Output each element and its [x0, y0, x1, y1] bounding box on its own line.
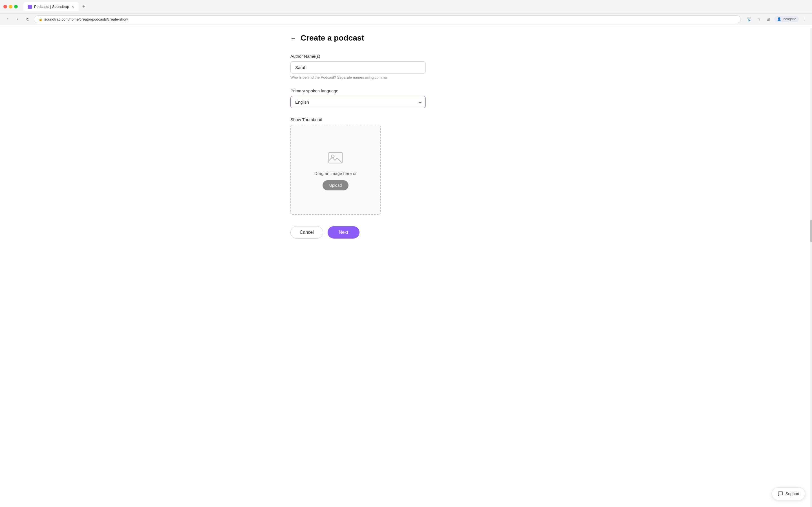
author-label: Author Name(s) [290, 54, 522, 59]
active-tab[interactable]: Podcasts | Soundtrap ✕ [23, 2, 79, 11]
reading-mode-button[interactable]: ⊞ [765, 15, 772, 23]
language-section: Primary spoken language English Spanish … [290, 89, 522, 108]
refresh-button[interactable]: ↻ [24, 15, 32, 23]
page-header: ← Create a podcast [290, 34, 522, 43]
chat-bubble-icon [777, 491, 783, 497]
browser-actions: 📡 ☆ ⊞ 👤 Incognito ⋮ [746, 15, 809, 23]
back-navigation-button[interactable]: ‹ [3, 15, 11, 23]
cast-button[interactable]: 📡 [746, 15, 753, 23]
back-button[interactable]: ← [290, 35, 296, 41]
tab-close-button[interactable]: ✕ [71, 5, 74, 9]
author-hint: Who is behind the Podcast? Separate name… [290, 75, 522, 79]
maximize-window-button[interactable] [14, 5, 18, 8]
language-select[interactable]: English Spanish French German Portuguese… [290, 96, 426, 108]
new-tab-button[interactable]: + [80, 3, 88, 11]
language-select-wrapper: English Spanish French German Portuguese… [290, 96, 426, 108]
author-input[interactable] [290, 61, 426, 73]
image-placeholder-icon [327, 150, 344, 166]
drag-drop-text: Drag an image here or [314, 171, 357, 176]
address-bar: ‹ › ↻ 🔒 soundtrap.com/home/creator/podca… [0, 13, 812, 25]
close-window-button[interactable] [3, 5, 7, 8]
upload-button[interactable]: Upload [322, 180, 349, 190]
profile-icon: 👤 [777, 17, 781, 21]
tab-favicon [28, 5, 32, 9]
bookmark-button[interactable]: ☆ [755, 15, 762, 23]
page-title: Create a podcast [301, 34, 364, 43]
svg-point-1 [331, 155, 334, 158]
forward-navigation-button[interactable]: › [13, 15, 21, 23]
thumbnail-section: Show Thumbnail Drag an image here or Upl… [290, 117, 522, 215]
url-bar[interactable]: 🔒 soundtrap.com/home/creator/podcasts/cr… [34, 15, 741, 23]
action-buttons: Cancel Next [290, 226, 522, 238]
minimize-window-button[interactable] [9, 5, 12, 8]
more-options-button[interactable]: ⋮ [801, 15, 809, 23]
title-bar: Podcasts | Soundtrap ✕ + [0, 0, 812, 13]
author-section: Author Name(s) Who is behind the Podcast… [290, 54, 522, 79]
support-label: Support [785, 492, 799, 496]
next-button[interactable]: Next [327, 226, 359, 238]
browser-chrome: Podcasts | Soundtrap ✕ + ‹ › ↻ 🔒 soundtr… [0, 0, 812, 25]
thumbnail-drop-zone[interactable]: Drag an image here or Upload [290, 125, 380, 215]
lock-icon: 🔒 [39, 17, 43, 21]
back-icon: ← [290, 35, 296, 41]
scrollbar[interactable] [810, 28, 812, 507]
window-controls [3, 5, 18, 8]
page-content: ← Create a podcast Author Name(s) Who is… [279, 25, 533, 258]
incognito-badge: 👤 Incognito [774, 16, 799, 22]
tab-bar: Podcasts | Soundtrap ✕ + [20, 2, 91, 11]
support-widget[interactable]: Support [772, 487, 805, 500]
scrollbar-thumb[interactable] [810, 220, 812, 242]
thumbnail-label: Show Thumbnail [290, 117, 522, 122]
cancel-button[interactable]: Cancel [290, 226, 323, 238]
incognito-label: Incognito [782, 17, 796, 21]
url-text: soundtrap.com/home/creator/podcasts/crea… [44, 17, 128, 21]
tab-title: Podcasts | Soundtrap [34, 4, 69, 9]
language-label: Primary spoken language [290, 89, 522, 93]
